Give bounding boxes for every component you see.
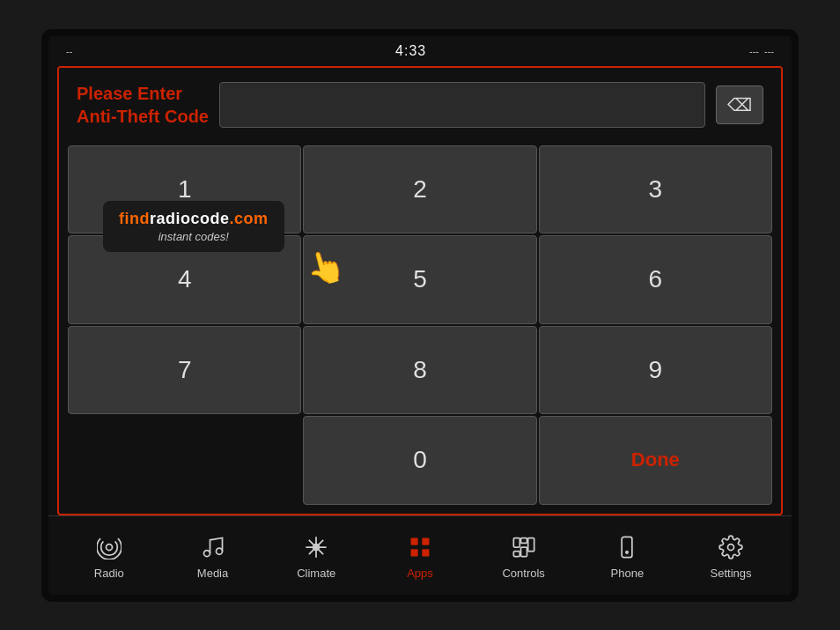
watermark-background: findradiocode.com instant codes! [103,201,284,252]
nav-apps[interactable]: Apps [389,531,451,580]
nav-controls[interactable]: Controls [493,531,555,580]
svg-rect-6 [410,549,417,556]
status-dash-right2: --- [764,46,774,56]
url-part2: radiocode [150,210,230,227]
url-part3: .com [230,210,269,227]
bottom-nav: Radio Media [48,515,792,595]
svg-rect-10 [527,537,534,551]
apps-icon [404,531,436,563]
nav-settings-label: Settings [711,567,752,580]
nav-media-label: Media [197,567,228,580]
key-done[interactable]: Done [539,416,772,505]
svg-point-1 [203,550,210,556]
code-entry-area: Please Enter Anti-Theft Code ⌫ [59,68,781,142]
device-frame: -- 4:33 --- --- Please Enter Anti-Theft … [41,29,799,602]
key-3[interactable]: 3 [539,145,772,234]
url-part1: find [119,210,150,227]
key-6[interactable]: 6 [539,235,772,324]
watermark: findradiocode.com instant codes! [103,201,284,252]
backspace-button[interactable]: ⌫ [716,85,763,124]
keypad: 1 2 3 4 5 6 7 8 9 0 Done [59,142,781,514]
svg-rect-13 [623,537,633,557]
nav-phone-label: Phone [611,567,645,580]
svg-rect-11 [520,547,527,557]
main-content: Please Enter Anti-Theft Code ⌫ 1 2 3 4 5… [57,66,783,515]
svg-point-2 [216,548,222,554]
svg-rect-9 [520,537,527,543]
radio-icon [93,531,125,563]
climate-icon [300,531,332,563]
nav-media[interactable]: Media [182,531,244,580]
key-8[interactable]: 8 [303,326,536,415]
status-left: -- [66,46,72,56]
screen: -- 4:33 --- --- Please Enter Anti-Theft … [48,36,792,595]
status-time: 4:33 [395,43,426,59]
code-input-box[interactable] [219,82,705,128]
phone-icon [611,531,643,563]
status-right: --- --- [749,46,774,56]
watermark-url: findradiocode.com [119,210,269,228]
controls-icon [508,531,540,563]
nav-controls-label: Controls [502,567,544,580]
status-bar: -- 4:33 --- --- [48,36,792,66]
status-dash-right1: --- [749,46,759,56]
svg-rect-12 [513,551,519,556]
svg-rect-8 [513,537,519,547]
nav-radio[interactable]: Radio [78,531,140,580]
key-7[interactable]: 7 [68,326,301,415]
svg-point-15 [728,544,734,550]
svg-rect-4 [410,537,417,545]
svg-point-0 [106,544,112,550]
nav-climate[interactable]: Climate [285,531,347,580]
settings-icon [715,531,747,563]
nav-settings[interactable]: Settings [700,531,762,580]
nav-radio-label: Radio [94,567,124,580]
backspace-icon: ⌫ [727,94,752,115]
key-empty [68,416,301,505]
watermark-tagline: instant codes! [158,230,229,243]
nav-phone[interactable]: Phone [596,531,658,580]
prompt-text: Please Enter Anti-Theft Code [77,82,209,128]
status-dash-left: -- [66,46,72,56]
media-icon [197,531,229,563]
svg-point-14 [626,551,628,552]
nav-apps-label: Apps [407,567,433,580]
key-0[interactable]: 0 [303,416,536,505]
nav-climate-label: Climate [297,567,335,580]
key-9[interactable]: 9 [539,326,772,415]
svg-rect-5 [422,537,429,545]
svg-rect-7 [422,549,429,556]
key-2[interactable]: 2 [303,145,536,234]
